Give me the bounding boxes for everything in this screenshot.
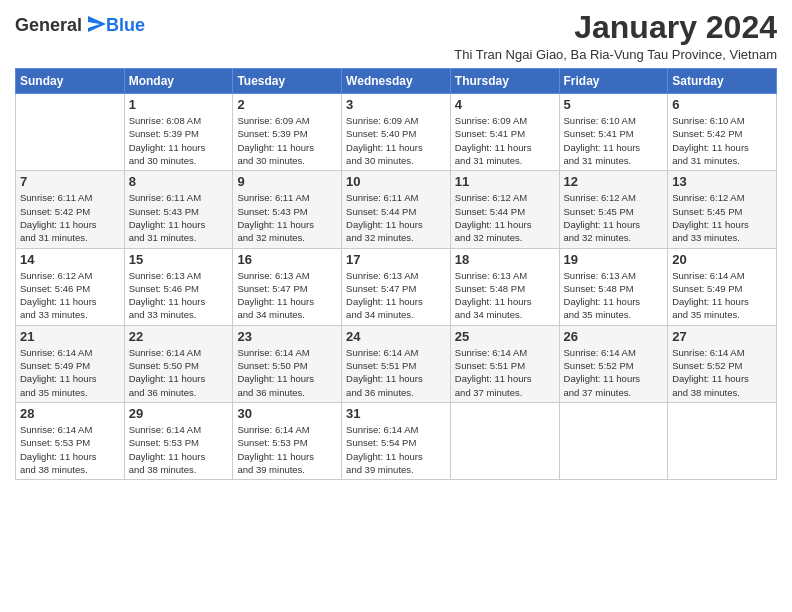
table-row: 16Sunrise: 6:13 AM Sunset: 5:47 PM Dayli… — [233, 248, 342, 325]
table-row: 28Sunrise: 6:14 AM Sunset: 5:53 PM Dayli… — [16, 402, 125, 479]
day-number: 3 — [346, 97, 446, 112]
day-info: Sunrise: 6:12 AM Sunset: 5:44 PM Dayligh… — [455, 191, 555, 244]
day-number: 13 — [672, 174, 772, 189]
calendar-header: Sunday Monday Tuesday Wednesday Thursday… — [16, 69, 777, 94]
day-number: 4 — [455, 97, 555, 112]
col-tuesday: Tuesday — [233, 69, 342, 94]
col-friday: Friday — [559, 69, 668, 94]
col-saturday: Saturday — [668, 69, 777, 94]
day-info: Sunrise: 6:14 AM Sunset: 5:50 PM Dayligh… — [237, 346, 337, 399]
table-row: 4Sunrise: 6:09 AM Sunset: 5:41 PM Daylig… — [450, 94, 559, 171]
day-info: Sunrise: 6:09 AM Sunset: 5:39 PM Dayligh… — [237, 114, 337, 167]
table-row: 15Sunrise: 6:13 AM Sunset: 5:46 PM Dayli… — [124, 248, 233, 325]
day-info: Sunrise: 6:12 AM Sunset: 5:45 PM Dayligh… — [672, 191, 772, 244]
day-info: Sunrise: 6:14 AM Sunset: 5:49 PM Dayligh… — [20, 346, 120, 399]
logo-general: General — [15, 15, 82, 36]
day-number: 17 — [346, 252, 446, 267]
day-number: 30 — [237, 406, 337, 421]
table-row — [450, 402, 559, 479]
table-row: 14Sunrise: 6:12 AM Sunset: 5:46 PM Dayli… — [16, 248, 125, 325]
day-number: 15 — [129, 252, 229, 267]
table-row: 1Sunrise: 6:08 AM Sunset: 5:39 PM Daylig… — [124, 94, 233, 171]
day-number: 10 — [346, 174, 446, 189]
table-row: 21Sunrise: 6:14 AM Sunset: 5:49 PM Dayli… — [16, 325, 125, 402]
day-number: 6 — [672, 97, 772, 112]
day-number: 14 — [20, 252, 120, 267]
day-info: Sunrise: 6:14 AM Sunset: 5:50 PM Dayligh… — [129, 346, 229, 399]
table-row: 29Sunrise: 6:14 AM Sunset: 5:53 PM Dayli… — [124, 402, 233, 479]
day-number: 7 — [20, 174, 120, 189]
calendar-week-2: 7Sunrise: 6:11 AM Sunset: 5:42 PM Daylig… — [16, 171, 777, 248]
col-wednesday: Wednesday — [342, 69, 451, 94]
calendar-week-1: 1Sunrise: 6:08 AM Sunset: 5:39 PM Daylig… — [16, 94, 777, 171]
table-row: 7Sunrise: 6:11 AM Sunset: 5:42 PM Daylig… — [16, 171, 125, 248]
table-row — [16, 94, 125, 171]
col-thursday: Thursday — [450, 69, 559, 94]
day-info: Sunrise: 6:10 AM Sunset: 5:42 PM Dayligh… — [672, 114, 772, 167]
day-number: 5 — [564, 97, 664, 112]
logo: General Blue — [15, 14, 145, 36]
logo-blue: Blue — [106, 15, 145, 36]
day-info: Sunrise: 6:08 AM Sunset: 5:39 PM Dayligh… — [129, 114, 229, 167]
day-number: 11 — [455, 174, 555, 189]
day-number: 26 — [564, 329, 664, 344]
table-row: 2Sunrise: 6:09 AM Sunset: 5:39 PM Daylig… — [233, 94, 342, 171]
day-number: 19 — [564, 252, 664, 267]
table-row: 27Sunrise: 6:14 AM Sunset: 5:52 PM Dayli… — [668, 325, 777, 402]
day-number: 25 — [455, 329, 555, 344]
day-number: 12 — [564, 174, 664, 189]
table-row: 6Sunrise: 6:10 AM Sunset: 5:42 PM Daylig… — [668, 94, 777, 171]
day-info: Sunrise: 6:14 AM Sunset: 5:53 PM Dayligh… — [20, 423, 120, 476]
day-number: 27 — [672, 329, 772, 344]
table-row: 5Sunrise: 6:10 AM Sunset: 5:41 PM Daylig… — [559, 94, 668, 171]
day-info: Sunrise: 6:11 AM Sunset: 5:43 PM Dayligh… — [129, 191, 229, 244]
day-info: Sunrise: 6:12 AM Sunset: 5:46 PM Dayligh… — [20, 269, 120, 322]
day-info: Sunrise: 6:14 AM Sunset: 5:49 PM Dayligh… — [672, 269, 772, 322]
day-info: Sunrise: 6:13 AM Sunset: 5:48 PM Dayligh… — [455, 269, 555, 322]
day-info: Sunrise: 6:13 AM Sunset: 5:46 PM Dayligh… — [129, 269, 229, 322]
table-row: 23Sunrise: 6:14 AM Sunset: 5:50 PM Dayli… — [233, 325, 342, 402]
day-number: 31 — [346, 406, 446, 421]
day-info: Sunrise: 6:09 AM Sunset: 5:41 PM Dayligh… — [455, 114, 555, 167]
month-title: January 2024 — [454, 10, 777, 45]
day-number: 21 — [20, 329, 120, 344]
title-block: January 2024 Thi Tran Ngai Giao, Ba Ria-… — [454, 10, 777, 62]
page-header: General Blue January 2024 Thi Tran Ngai … — [15, 10, 777, 62]
table-row: 10Sunrise: 6:11 AM Sunset: 5:44 PM Dayli… — [342, 171, 451, 248]
day-number: 29 — [129, 406, 229, 421]
day-info: Sunrise: 6:14 AM Sunset: 5:51 PM Dayligh… — [455, 346, 555, 399]
table-row: 9Sunrise: 6:11 AM Sunset: 5:43 PM Daylig… — [233, 171, 342, 248]
day-number: 28 — [20, 406, 120, 421]
table-row: 18Sunrise: 6:13 AM Sunset: 5:48 PM Dayli… — [450, 248, 559, 325]
table-row: 17Sunrise: 6:13 AM Sunset: 5:47 PM Dayli… — [342, 248, 451, 325]
table-row: 3Sunrise: 6:09 AM Sunset: 5:40 PM Daylig… — [342, 94, 451, 171]
day-info: Sunrise: 6:14 AM Sunset: 5:53 PM Dayligh… — [129, 423, 229, 476]
calendar-week-4: 21Sunrise: 6:14 AM Sunset: 5:49 PM Dayli… — [16, 325, 777, 402]
subtitle: Thi Tran Ngai Giao, Ba Ria-Vung Tau Prov… — [454, 47, 777, 62]
day-info: Sunrise: 6:12 AM Sunset: 5:45 PM Dayligh… — [564, 191, 664, 244]
table-row: 13Sunrise: 6:12 AM Sunset: 5:45 PM Dayli… — [668, 171, 777, 248]
day-info: Sunrise: 6:13 AM Sunset: 5:48 PM Dayligh… — [564, 269, 664, 322]
calendar-table: Sunday Monday Tuesday Wednesday Thursday… — [15, 68, 777, 480]
day-number: 2 — [237, 97, 337, 112]
col-monday: Monday — [124, 69, 233, 94]
day-info: Sunrise: 6:11 AM Sunset: 5:42 PM Dayligh… — [20, 191, 120, 244]
table-row: 11Sunrise: 6:12 AM Sunset: 5:44 PM Dayli… — [450, 171, 559, 248]
day-info: Sunrise: 6:14 AM Sunset: 5:51 PM Dayligh… — [346, 346, 446, 399]
logo-icon — [84, 14, 106, 36]
day-info: Sunrise: 6:09 AM Sunset: 5:40 PM Dayligh… — [346, 114, 446, 167]
table-row: 12Sunrise: 6:12 AM Sunset: 5:45 PM Dayli… — [559, 171, 668, 248]
table-row: 25Sunrise: 6:14 AM Sunset: 5:51 PM Dayli… — [450, 325, 559, 402]
table-row: 22Sunrise: 6:14 AM Sunset: 5:50 PM Dayli… — [124, 325, 233, 402]
calendar-week-5: 28Sunrise: 6:14 AM Sunset: 5:53 PM Dayli… — [16, 402, 777, 479]
day-info: Sunrise: 6:14 AM Sunset: 5:52 PM Dayligh… — [564, 346, 664, 399]
day-number: 24 — [346, 329, 446, 344]
day-number: 1 — [129, 97, 229, 112]
calendar-body: 1Sunrise: 6:08 AM Sunset: 5:39 PM Daylig… — [16, 94, 777, 480]
header-row: Sunday Monday Tuesday Wednesday Thursday… — [16, 69, 777, 94]
day-info: Sunrise: 6:14 AM Sunset: 5:53 PM Dayligh… — [237, 423, 337, 476]
day-number: 9 — [237, 174, 337, 189]
day-info: Sunrise: 6:10 AM Sunset: 5:41 PM Dayligh… — [564, 114, 664, 167]
day-info: Sunrise: 6:14 AM Sunset: 5:52 PM Dayligh… — [672, 346, 772, 399]
day-info: Sunrise: 6:14 AM Sunset: 5:54 PM Dayligh… — [346, 423, 446, 476]
